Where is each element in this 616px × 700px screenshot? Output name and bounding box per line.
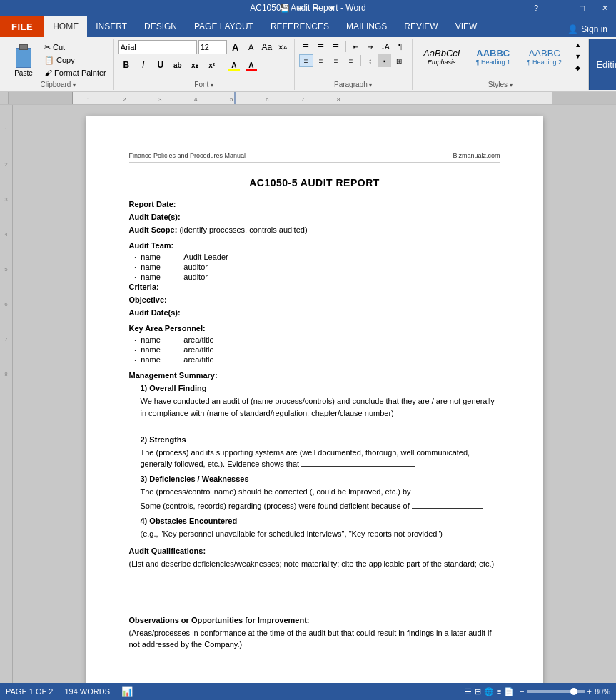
- minimize-button[interactable]: ―: [547, 0, 570, 16]
- audit-scope-field: Audit Scope: (identify processes, contro…: [129, 225, 500, 234]
- svg-text:2: 2: [123, 96, 126, 103]
- increase-font-button[interactable]: A: [228, 40, 243, 54]
- list-item: • name auditor: [129, 263, 500, 271]
- deficiencies-title: 3) Deficiencies / Weaknesses: [141, 475, 500, 483]
- border-button[interactable]: ⊞: [392, 54, 406, 67]
- superscript-button[interactable]: x²: [204, 57, 220, 73]
- paragraph-label: Paragraph ▾: [334, 79, 372, 88]
- show-marks-button[interactable]: ¶: [393, 40, 408, 53]
- sign-in-button[interactable]: 👤 Sign in: [559, 21, 616, 37]
- tab-design[interactable]: DESIGN: [136, 16, 186, 37]
- page-count: PAGE 1 OF 2: [6, 687, 53, 696]
- decrease-font-button[interactable]: A: [244, 40, 258, 54]
- justify-button[interactable]: ≡: [344, 54, 358, 67]
- font-name-input[interactable]: [118, 40, 197, 54]
- zoom-slider[interactable]: [527, 690, 585, 693]
- tab-page-layout[interactable]: PAGE LAYOUT: [186, 16, 262, 37]
- overall-finding-section: 1) Overall Finding We have conducted an …: [141, 384, 500, 431]
- header-left: Finance Policies and Procedures Manual: [129, 152, 246, 159]
- format-painter-button[interactable]: 🖌Format Painter: [41, 67, 109, 78]
- title-bar: 💾 ↩ ↪ ▾ AC1050-5 Audit Report - Word ? ―…: [0, 0, 616, 16]
- team-member-1-name: name: [141, 253, 183, 261]
- text-highlight-button[interactable]: A: [226, 57, 242, 73]
- strengths-title: 2) Strengths: [141, 435, 500, 444]
- audit-team-label: Audit Team:: [129, 241, 500, 250]
- ruler-left-margin: [9, 92, 73, 104]
- increase-indent-button[interactable]: ⇥: [363, 40, 378, 53]
- style-heading1[interactable]: AABBC ¶ Heading 1: [468, 46, 518, 68]
- tab-references[interactable]: REFERENCES: [262, 16, 338, 37]
- audit-dates2-label: Audit Date(s):: [129, 308, 181, 317]
- overall-finding-body: We have conducted an audit of (name proc…: [141, 395, 500, 431]
- full-reading-button[interactable]: ⊞: [475, 687, 481, 696]
- ruler-left-tab: [0, 92, 9, 104]
- outline-button[interactable]: ≡: [497, 687, 501, 696]
- font-color-button[interactable]: A: [243, 57, 259, 73]
- help-button[interactable]: ?: [525, 0, 547, 16]
- styles-scroll-up[interactable]: ▲: [572, 40, 584, 50]
- tab-home[interactable]: HOME: [44, 16, 87, 37]
- criteria-field: Criteria:: [129, 283, 500, 291]
- tab-mailings[interactable]: MAILINGS: [338, 16, 395, 37]
- report-date-field: Report Date:: [129, 200, 500, 208]
- deficiencies-section: 3) Deficiencies / Weaknesses The (proces…: [141, 475, 500, 512]
- audit-dates-field: Audit Date(s):: [129, 213, 500, 221]
- italic-button[interactable]: I: [136, 57, 151, 73]
- change-case-button[interactable]: Aa: [260, 40, 274, 54]
- bold-button[interactable]: B: [118, 57, 134, 73]
- svg-text:5: 5: [230, 96, 233, 103]
- spacer: [129, 573, 500, 609]
- draft-button[interactable]: 📄: [504, 687, 514, 696]
- zoom-in-button[interactable]: +: [587, 687, 592, 696]
- font-format-row: B I U ab x₂ x² A A: [118, 57, 259, 73]
- web-layout-button[interactable]: 🌐: [484, 687, 494, 696]
- align-left-button[interactable]: ≡: [299, 54, 313, 67]
- styles-scroll-down[interactable]: ▼: [572, 51, 584, 61]
- styles-expand[interactable]: ◆: [572, 63, 584, 73]
- tab-file[interactable]: FILE: [0, 16, 44, 37]
- line-spacing-button[interactable]: ↕: [363, 54, 378, 67]
- zoom-out-button[interactable]: −: [520, 687, 524, 696]
- list-item: • name Audit Leader: [129, 253, 500, 261]
- style-heading2[interactable]: AABBC ¶ Heading 2: [520, 46, 570, 68]
- cut-copy-format-group: ✂Cut 📋Copy 🖌Format Painter: [41, 41, 109, 78]
- tab-view[interactable]: VIEW: [447, 16, 486, 37]
- copy-button[interactable]: 📋Copy: [41, 54, 109, 66]
- document-area: Finance Policies and Procedures Manual B…: [13, 105, 616, 683]
- sort-button[interactable]: ↕A: [378, 40, 393, 53]
- numbering-button[interactable]: ☰: [314, 40, 328, 53]
- close-button[interactable]: ✕: [593, 0, 616, 16]
- cut-button[interactable]: ✂Cut: [41, 41, 109, 54]
- zoom-controls: − + 80%: [520, 687, 610, 696]
- paste-button[interactable]: Paste: [7, 40, 40, 79]
- font-size-input[interactable]: [198, 40, 227, 54]
- strikethrough-button[interactable]: ab: [170, 57, 186, 73]
- zoom-level[interactable]: 80%: [595, 687, 610, 696]
- app-window: 💾 ↩ ↪ ▾ AC1050-5 Audit Report - Word ? ―…: [0, 0, 616, 700]
- clear-formatting-button[interactable]: ✕A: [276, 40, 290, 54]
- personnel-1-role: area/title: [183, 335, 213, 344]
- audit-scope-label: Audit Scope:: [129, 225, 178, 234]
- shading-button[interactable]: ▪: [378, 54, 391, 67]
- subscript-button[interactable]: x₂: [187, 57, 203, 73]
- audit-dates-label: Audit Date(s):: [129, 213, 181, 221]
- bullets-button[interactable]: ☰: [299, 40, 313, 53]
- list-item: • name area/title: [129, 355, 500, 364]
- observations-body: (Areas/processes in conformance at the t…: [129, 627, 500, 651]
- style-emphasis[interactable]: AaBbCcI Emphasis: [417, 46, 467, 68]
- tab-review[interactable]: REVIEW: [395, 16, 446, 37]
- svg-text:6: 6: [266, 96, 269, 103]
- tab-insert[interactable]: INSERT: [87, 16, 136, 37]
- align-center-button[interactable]: ≡: [314, 54, 328, 67]
- multilevel-list-button[interactable]: ☰: [329, 40, 343, 53]
- strengths-body: The (process) and its supporting systems…: [141, 447, 500, 470]
- strengths-section: 2) Strengths The (process) and its suppo…: [141, 435, 500, 470]
- align-right-button[interactable]: ≡: [329, 54, 343, 67]
- left-margin: 1 2 3 4 5 6 7 8: [0, 105, 13, 683]
- document-page: Finance Policies and Procedures Manual B…: [86, 116, 543, 683]
- restore-button[interactable]: ◻: [570, 0, 593, 16]
- criteria-label: Criteria:: [129, 283, 159, 291]
- underline-button[interactable]: U: [153, 57, 168, 73]
- decrease-indent-button[interactable]: ⇤: [348, 40, 363, 53]
- print-layout-button[interactable]: ☰: [465, 687, 472, 696]
